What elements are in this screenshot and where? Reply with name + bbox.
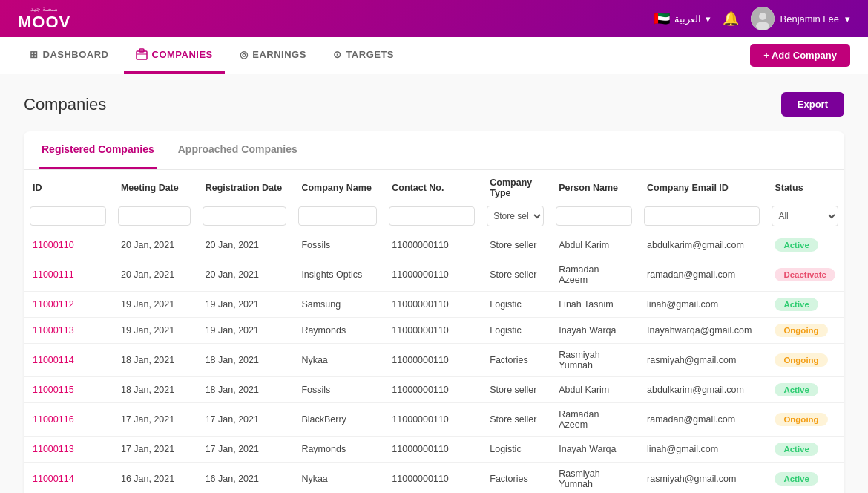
nav-item-dashboard[interactable]: ⊞ DASHBOARD <box>18 37 121 74</box>
cell-contact: 11000000110 <box>383 292 481 318</box>
col-company-type: Company Type <box>481 170 550 203</box>
cell-reg-date: 17 Jan, 2021 <box>197 403 293 437</box>
status-badge: Active <box>775 443 818 456</box>
cell-person-name: Abdul Karim <box>550 232 638 258</box>
cell-id: 11000113 <box>24 318 112 344</box>
cell-meeting-date: 19 Jan, 2021 <box>112 318 197 344</box>
cell-company-type: Store seller <box>481 232 550 258</box>
logo-text: MOOV <box>18 13 70 31</box>
cell-meeting-date: 20 Jan, 2021 <box>112 232 197 258</box>
cell-id: 11000114 <box>24 344 112 377</box>
status-badge: Deactivate <box>775 268 835 281</box>
tab-registered-companies[interactable]: Registered Companies <box>39 131 157 169</box>
svg-point-2 <box>756 22 769 30</box>
filter-meeting-date-input[interactable] <box>118 206 191 226</box>
cell-id: 11000112 <box>24 292 112 318</box>
cell-meeting-date: 19 Jan, 2021 <box>112 292 197 318</box>
cell-email: linah@gmail.com <box>638 437 766 463</box>
filter-email-input[interactable] <box>644 206 760 226</box>
cell-email: abdulkarim@gmail.com <box>638 232 766 258</box>
cell-contact: 11000000110 <box>383 437 481 463</box>
nav-item-companies[interactable]: COMPANIES <box>124 37 225 74</box>
table-body: 11000110 20 Jan, 2021 20 Jan, 2021 Fossi… <box>24 232 844 493</box>
cell-email: ramadan@gmail.com <box>638 403 766 437</box>
cell-id: 11000113 <box>24 437 112 463</box>
filter-company-cell <box>292 203 383 232</box>
filter-person-cell <box>550 203 638 232</box>
id-link[interactable]: 11000110 <box>33 240 74 250</box>
dashboard-icon: ⊞ <box>30 49 39 60</box>
id-link[interactable]: 11000114 <box>33 474 74 484</box>
cell-meeting-date: 17 Jan, 2021 <box>112 403 197 437</box>
cell-company-name: Raymonds <box>292 318 383 344</box>
cell-company-type: Logistic <box>481 437 550 463</box>
status-badge: Ongoing <box>775 353 827 367</box>
cell-company-name: Nykaa <box>292 344 383 377</box>
id-link[interactable]: 11000115 <box>33 385 74 395</box>
cell-person-name: Rasmiyah Yumnah <box>550 463 638 494</box>
filter-id-cell <box>24 203 112 232</box>
cell-status: Active <box>766 292 844 318</box>
cell-company-type: Store seller <box>481 403 550 437</box>
filter-id-input[interactable] <box>30 206 106 226</box>
col-company-name: Company Name <box>292 170 383 203</box>
cell-email: Inayahwarqa@gmail.com <box>638 318 766 344</box>
id-link[interactable]: 11000116 <box>33 414 74 425</box>
filter-type-cell: Store seller Logistic Factories <box>481 203 550 232</box>
notification-bell[interactable]: 🔔 <box>723 10 739 27</box>
cell-email: linah@gmail.com <box>638 292 766 318</box>
cell-contact: 11000000110 <box>383 377 481 403</box>
cell-contact: 11000000110 <box>383 258 481 292</box>
cell-status: Ongoing <box>766 344 844 377</box>
tab-approached-companies[interactable]: Approached Companies <box>175 131 300 169</box>
app-header: منصة جيد MOOV 🇦🇪 العربية ▾ 🔔 Benjamin Le… <box>0 0 868 37</box>
filter-contact-input[interactable] <box>389 206 475 226</box>
cell-contact: 11000000110 <box>383 463 481 494</box>
user-menu[interactable]: Benjamin Lee ▾ <box>751 7 851 30</box>
cell-person-name: Rasmiyah Yumnah <box>550 344 638 377</box>
add-company-button[interactable]: + Add Company <box>750 44 850 67</box>
page-title: Companies <box>24 95 106 114</box>
id-link[interactable]: 11000111 <box>33 270 74 280</box>
lang-chevron-icon: ▾ <box>706 13 711 25</box>
export-button[interactable]: Export <box>781 92 844 117</box>
cell-contact: 11000000110 <box>383 318 481 344</box>
cell-company-name: BlackBerry <box>292 403 383 437</box>
flag-icon: 🇦🇪 <box>654 10 670 27</box>
cell-company-type: Factories <box>481 463 550 494</box>
cell-company-name: Fossils <box>292 232 383 258</box>
col-email: Company Email ID <box>638 170 766 203</box>
cell-company-name: Insights Optics <box>292 258 383 292</box>
cell-person-name: Abdul Karim <box>550 377 638 403</box>
user-name: Benjamin Lee <box>780 13 840 25</box>
status-badge: Active <box>775 238 818 252</box>
cell-company-type: Factories <box>481 344 550 377</box>
col-contact-no: Contact No. <box>383 170 481 203</box>
cell-reg-date: 18 Jan, 2021 <box>197 344 293 377</box>
col-reg-date: Registration Date <box>197 170 293 203</box>
nav-item-targets[interactable]: ⊙ TARGETS <box>321 37 406 74</box>
table-row: 11000111 20 Jan, 2021 20 Jan, 2021 Insig… <box>24 258 844 292</box>
filter-company-type-select[interactable]: Store seller Logistic Factories <box>487 206 544 226</box>
earnings-icon: ◎ <box>240 49 249 60</box>
cell-status: Active <box>766 437 844 463</box>
filter-reg-date-input[interactable] <box>203 206 287 226</box>
id-link[interactable]: 11000113 <box>33 444 74 454</box>
col-status: Status <box>766 170 844 203</box>
id-link[interactable]: 11000113 <box>33 325 74 336</box>
cell-status: Active <box>766 463 844 494</box>
filter-email-cell <box>638 203 766 232</box>
col-id: ID <box>24 170 112 203</box>
svg-rect-4 <box>139 49 144 52</box>
filter-company-name-input[interactable] <box>298 206 377 226</box>
nav-item-earnings[interactable]: ◎ EARNINGS <box>228 37 318 74</box>
id-link[interactable]: 11000112 <box>33 299 74 310</box>
cell-email: abdulkarim@gmail.com <box>638 377 766 403</box>
cell-company-name: Fossils <box>292 377 383 403</box>
cell-person-name: Inayah Warqa <box>550 437 638 463</box>
filter-person-name-input[interactable] <box>556 206 632 226</box>
language-selector[interactable]: 🇦🇪 العربية ▾ <box>654 10 711 27</box>
filter-status-select[interactable]: All Active Deactivate Ongoing <box>772 206 838 226</box>
id-link[interactable]: 11000114 <box>33 355 74 365</box>
user-chevron-icon: ▾ <box>845 13 850 25</box>
